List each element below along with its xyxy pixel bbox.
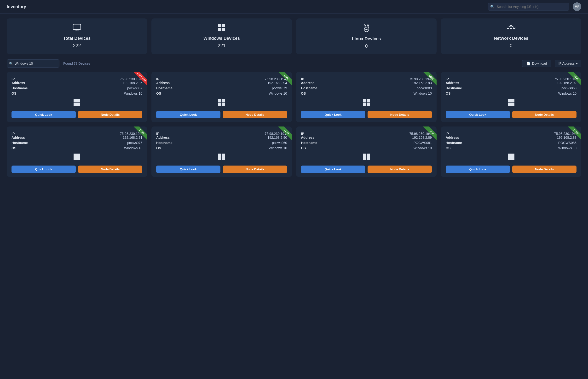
os-value: Windows 10 <box>124 146 142 150</box>
os-icon <box>301 99 432 108</box>
device-card: LOW IPAddress 75.98.230.194,192.168.2.93… <box>296 72 437 122</box>
severity-badge: LOW <box>423 72 437 86</box>
chevron-down-icon: ▾ <box>576 62 578 65</box>
hostname-row: Hostname pocws083 <box>301 86 432 90</box>
node-details-button[interactable]: Node Details <box>367 111 432 118</box>
stat-windows-value: 221 <box>218 43 225 48</box>
svg-rect-38 <box>222 154 225 157</box>
node-details-button[interactable]: Node Details <box>512 111 576 118</box>
stat-total-value: 222 <box>73 43 81 48</box>
node-details-button[interactable]: Node Details <box>367 166 432 173</box>
os-label: OS <box>301 146 306 150</box>
download-button[interactable]: 📄 Download <box>522 60 551 67</box>
windows-icon <box>218 24 225 33</box>
os-row: OS Windows 10 <box>12 146 142 150</box>
device-info: IPAddress 75.98.230.194,192.168.2.91 Hos… <box>12 132 142 150</box>
device-card: CRITICAL IPAddress 75.98.230.194,192.168… <box>7 72 147 122</box>
device-actions: Quick Look Node Details <box>446 166 576 173</box>
svg-rect-18 <box>77 99 80 102</box>
severity-badge: LOW <box>278 72 292 86</box>
quick-look-button[interactable]: Quick Look <box>12 111 76 118</box>
os-label: OS <box>12 92 16 95</box>
hostname-label: Hostname <box>446 86 462 90</box>
svg-rect-23 <box>218 103 222 106</box>
ip-row: IPAddress 75.98.230.194,192.168.2.88 <box>446 132 576 140</box>
svg-rect-19 <box>74 103 77 106</box>
os-row: OS Windows 10 <box>301 146 432 150</box>
quick-look-button[interactable]: Quick Look <box>446 166 510 173</box>
os-icon <box>446 99 576 108</box>
device-info: IPAddress 75.98.230.194,192.168.2.92 Hos… <box>446 77 576 95</box>
svg-rect-36 <box>77 157 80 160</box>
svg-rect-12 <box>510 27 512 29</box>
node-details-button[interactable]: Node Details <box>512 166 576 173</box>
hostname-label: Hostname <box>301 86 317 90</box>
svg-rect-17 <box>74 99 77 102</box>
hostname-row: Hostname pocws060 <box>156 141 287 145</box>
svg-rect-10 <box>510 24 512 25</box>
svg-rect-20 <box>77 103 80 106</box>
svg-point-9 <box>367 25 368 27</box>
node-details-button[interactable]: Node Details <box>78 111 142 118</box>
stat-network-title: Network Devices <box>494 36 528 41</box>
quick-look-button[interactable]: Quick Look <box>301 166 365 173</box>
quick-look-button[interactable]: Quick Look <box>156 111 221 118</box>
hostname-row: Hostname pocws068 <box>446 86 576 90</box>
device-card: LOW IPAddress 75.98.230.194,192.168.2.88… <box>441 126 581 177</box>
svg-rect-27 <box>363 103 366 106</box>
main-content: Total Devices 222 Windows Devices 221 <box>0 14 588 182</box>
quick-look-button[interactable]: Quick Look <box>156 166 221 173</box>
svg-rect-3 <box>218 24 222 27</box>
svg-rect-34 <box>77 154 80 157</box>
os-row: OS Windows 10 <box>156 146 287 150</box>
svg-rect-45 <box>508 154 511 157</box>
os-label: OS <box>446 146 450 150</box>
node-details-button[interactable]: Node Details <box>223 166 287 173</box>
hostname-label: Hostname <box>12 141 28 145</box>
device-actions: Quick Look Node Details <box>301 111 432 118</box>
device-actions: Quick Look Node Details <box>446 111 576 118</box>
hostname-label: Hostname <box>156 141 173 145</box>
badge-corner: LOW <box>420 72 437 89</box>
svg-rect-30 <box>511 99 514 102</box>
ip-row: IPAddress 75.98.230.194,192.168.2.91 <box>12 132 142 140</box>
linux-icon <box>363 24 370 33</box>
svg-rect-33 <box>74 154 77 157</box>
device-card: LOW IPAddress 75.98.230.194,192.168.2.94… <box>151 72 292 122</box>
svg-rect-13 <box>513 27 515 29</box>
svg-rect-37 <box>218 154 222 157</box>
device-search-input[interactable] <box>7 59 59 68</box>
network-icon <box>507 24 515 33</box>
svg-rect-29 <box>508 99 511 102</box>
os-row: OS Windows 10 <box>446 92 576 95</box>
badge-corner: LOW <box>565 126 581 143</box>
svg-rect-25 <box>363 99 366 102</box>
quick-look-button[interactable]: Quick Look <box>12 166 76 173</box>
quick-look-button[interactable]: Quick Look <box>446 111 510 118</box>
svg-rect-40 <box>222 157 225 160</box>
os-label: OS <box>12 146 16 150</box>
stat-card-windows: Windows Devices 221 <box>151 18 292 54</box>
svg-rect-21 <box>218 99 222 102</box>
badge-corner: LOW <box>275 126 292 143</box>
ip-label: IPAddress <box>156 132 170 140</box>
quick-look-button[interactable]: Quick Look <box>301 111 365 118</box>
ip-label: IPAddress <box>301 132 314 140</box>
node-details-button[interactable]: Node Details <box>223 111 287 118</box>
global-search-input[interactable] <box>488 3 569 11</box>
node-details-button[interactable]: Node Details <box>78 166 142 173</box>
stat-card-network: Network Devices 0 <box>441 18 581 54</box>
ip-row: IPAddress 75.98.230.194,192.168.2.92 <box>446 77 576 85</box>
svg-rect-47 <box>508 157 511 160</box>
ip-row: IPAddress 75.98.230.194,192.168.2.90 <box>156 132 287 140</box>
hostname-label: Hostname <box>156 86 173 90</box>
os-row: OS Windows 10 <box>156 92 287 95</box>
hostname-row: Hostname pocws075 <box>12 141 142 145</box>
os-label: OS <box>156 146 161 150</box>
svg-rect-4 <box>222 24 225 27</box>
svg-rect-5 <box>218 28 222 31</box>
svg-rect-32 <box>511 103 514 106</box>
stat-windows-title: Windows Devices <box>204 36 240 41</box>
ip-sort-button[interactable]: IP Address ▾ <box>555 60 581 67</box>
os-value: Windows 10 <box>124 92 142 95</box>
